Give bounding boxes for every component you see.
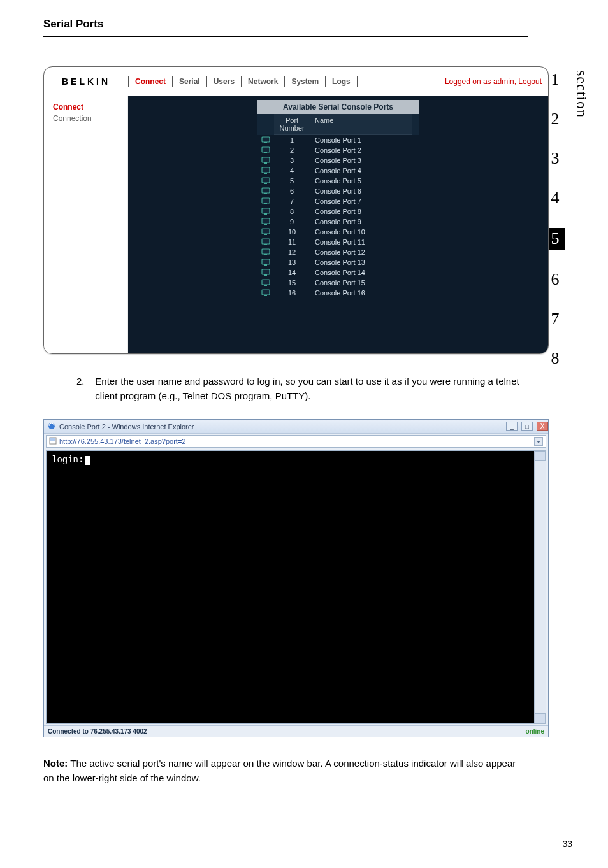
port-row[interactable]: 1Console Port 1 (257, 135, 419, 145)
divider (241, 76, 242, 87)
address-dropdown-icon[interactable] (534, 437, 543, 446)
port-name: Console Port 10 (310, 227, 412, 237)
svg-rect-8 (262, 178, 270, 183)
ports-rows: 1Console Port 12Console Port 23Console P… (257, 135, 419, 298)
belkin-admin-screenshot: BELKIN ConnectSerialUsersNetworkSystemLo… (43, 66, 549, 354)
port-row[interactable]: 7Console Port 7 (257, 196, 419, 206)
monitor-icon (257, 257, 274, 267)
monitor-icon (257, 278, 274, 288)
note-paragraph: Note: The active serial port's name will… (43, 757, 528, 785)
port-number: 15 (274, 279, 310, 287)
svg-rect-24 (262, 259, 270, 264)
monitor-icon (257, 155, 274, 166)
svg-rect-2 (262, 147, 270, 152)
svg-rect-20 (262, 239, 270, 244)
status-connected: Connected to 76.255.43.173 4002 (48, 728, 147, 735)
scroll-down-icon[interactable] (535, 713, 546, 723)
port-row[interactable]: 10Console Port 10 (257, 227, 419, 237)
page-number: 33 (562, 839, 572, 849)
divider (357, 76, 358, 87)
ports-table-header: Port Number Name (257, 114, 419, 135)
sidenav-connection-link[interactable]: Connection (53, 114, 127, 123)
svg-rect-9 (264, 183, 267, 184)
port-row[interactable]: 14Console Port 14 (257, 267, 419, 278)
monitor-icon (257, 166, 274, 176)
ie-icon (48, 422, 55, 431)
minimize-button[interactable]: _ (506, 422, 518, 431)
port-row[interactable]: 13Console Port 13 (257, 257, 419, 267)
top-nav: ConnectSerialUsersNetworkSystemLogs (135, 76, 358, 87)
ie-url: http://76.255.43.173/telnet_2.asp?port=2 (59, 438, 185, 445)
port-row[interactable]: 8Console Port 8 (257, 206, 419, 217)
svg-rect-21 (264, 244, 267, 245)
svg-rect-7 (264, 173, 267, 174)
nav-serial[interactable]: Serial (179, 77, 200, 86)
port-name: Console Port 4 (310, 166, 412, 176)
ports-panel: Available Serial Console Ports Port Numb… (128, 96, 548, 353)
port-row[interactable]: 16Console Port 16 (257, 288, 419, 298)
port-row[interactable]: 9Console Port 9 (257, 217, 419, 227)
port-number: 11 (274, 238, 310, 246)
monitor-icon (257, 217, 274, 227)
port-row[interactable]: 11Console Port 11 (257, 237, 419, 247)
svg-rect-1 (264, 142, 267, 143)
svg-rect-25 (264, 264, 267, 266)
port-name: Console Port 9 (310, 217, 412, 227)
brand-logo: BELKIN (44, 76, 128, 87)
port-row[interactable]: 15Console Port 15 (257, 278, 419, 288)
port-name: Console Port 1 (310, 135, 412, 145)
nav-users[interactable]: Users (214, 77, 235, 86)
port-row[interactable]: 12Console Port 12 (257, 247, 419, 257)
nav-system[interactable]: System (291, 77, 319, 86)
svg-rect-22 (262, 249, 270, 254)
port-row[interactable]: 5Console Port 5 (257, 176, 419, 186)
svg-rect-26 (262, 269, 270, 274)
port-name: Console Port 6 (310, 186, 412, 196)
port-number: 7 (274, 197, 310, 205)
ie-title: Console Port 2 - Windows Internet Explor… (59, 423, 194, 430)
nav-logs[interactable]: Logs (332, 77, 351, 86)
port-row[interactable]: 2Console Port 2 (257, 145, 419, 155)
status-online: online (526, 728, 544, 735)
logout-link[interactable]: Logout (518, 77, 542, 86)
login-status: Logged on as admin, Logout (445, 77, 542, 86)
belkin-header: BELKIN ConnectSerialUsersNetworkSystemLo… (44, 67, 548, 96)
section-link-8[interactable]: 8 (546, 349, 565, 368)
step-number: 2. (76, 374, 85, 403)
svg-rect-6 (262, 167, 270, 173)
port-number: 12 (274, 248, 310, 256)
port-name: Console Port 11 (310, 237, 412, 247)
terminal-scrollbar[interactable] (534, 451, 546, 723)
sidenav-heading: Connect (53, 103, 127, 111)
maximize-button[interactable]: □ (521, 422, 533, 431)
terminal-area[interactable]: login: (47, 451, 534, 723)
port-name: Console Port 16 (310, 288, 412, 298)
ie-address-bar[interactable]: http://76.255.43.173/telnet_2.asp?port=2 (46, 435, 546, 448)
nav-network[interactable]: Network (248, 77, 278, 86)
port-name: Console Port 14 (310, 267, 412, 278)
svg-rect-27 (264, 274, 267, 276)
nav-connect[interactable]: Connect (135, 77, 166, 86)
close-button[interactable]: X (537, 422, 548, 431)
svg-rect-10 (262, 188, 270, 193)
divider (128, 76, 129, 87)
port-row[interactable]: 3Console Port 3 (257, 155, 419, 166)
svg-rect-17 (264, 224, 267, 225)
svg-rect-33 (50, 438, 56, 444)
monitor-icon (257, 267, 274, 278)
logged-prefix: Logged on as admin, (445, 77, 518, 86)
ie-body: login: (46, 450, 546, 724)
svg-rect-4 (262, 157, 270, 162)
port-name: Console Port 3 (310, 155, 412, 166)
divider (325, 76, 326, 87)
port-row[interactable]: 6Console Port 6 (257, 186, 419, 196)
monitor-icon (257, 145, 274, 155)
terminal-prompt: login: (52, 455, 83, 465)
svg-rect-16 (262, 218, 270, 224)
monitor-icon (257, 206, 274, 217)
scroll-up-icon[interactable] (535, 451, 546, 461)
port-number: 10 (274, 228, 310, 236)
header-name: Name (310, 114, 412, 135)
svg-rect-5 (264, 162, 267, 164)
port-row[interactable]: 4Console Port 4 (257, 166, 419, 176)
